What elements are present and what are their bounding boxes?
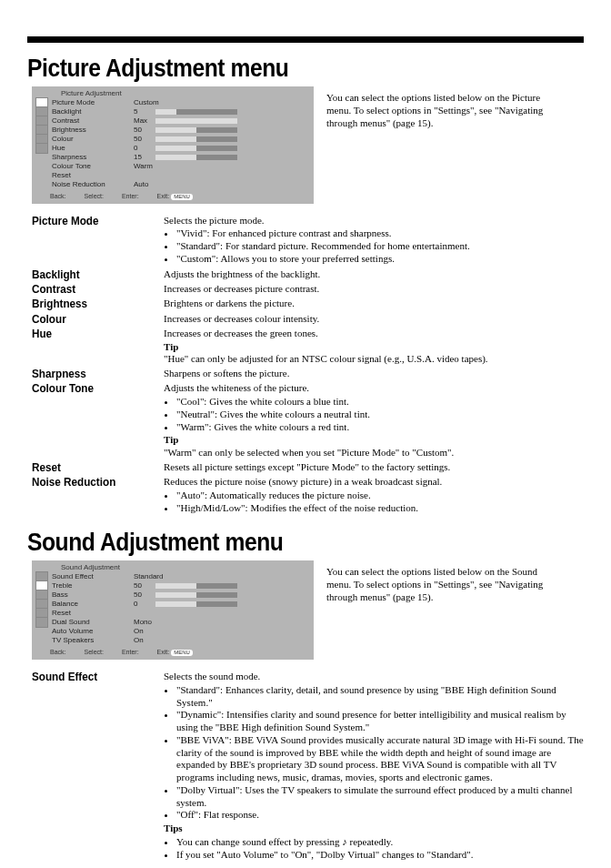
definition-description: Selects the sound mode."Standard": Enhan… [164, 671, 584, 862]
menu-row-value: Warm [134, 162, 270, 171]
definition-row: Brightness Brightens or darkens the pict… [32, 296, 584, 310]
picture-menu-footer: Back: Select: Enter: Exit: MENU [32, 189, 314, 202]
picture-heading: Picture Adjustment menu [27, 54, 517, 83]
definition-term: Sharpness [32, 368, 151, 380]
definition-term: Backlight [32, 268, 151, 281]
definition-term: Brightness [32, 298, 151, 310]
menu-row: Dual Sound Mono [32, 618, 314, 627]
menu-row-label: Auto Volume [52, 627, 134, 636]
menu-row-value: 0 [134, 144, 270, 153]
menu-row: Brightness 50 [32, 126, 314, 135]
menu-row: Balance 0 [32, 600, 314, 609]
menu-row-label: Noise Reduction [52, 180, 134, 189]
menu-row: Noise Reduction Auto [32, 180, 314, 189]
footer-enter: Enter: [122, 193, 139, 200]
definition-row: Contrast Increases or decreases picture … [32, 281, 584, 296]
menu-row-value: 50 [134, 126, 270, 135]
menu-row: Auto Volume On [32, 627, 314, 636]
menu-row-value: 0 [134, 600, 270, 609]
definition-description: Increases or decreases the green tones.T… [164, 328, 584, 366]
menu-row: Sound Effect Standard [32, 572, 314, 581]
definition-row: Picture Mode Selects the picture mode."V… [32, 213, 584, 267]
footer-select: Select: [85, 649, 104, 656]
definition-description: Resets all picture settings except "Pict… [164, 461, 584, 474]
menu-row-value: Standard [134, 572, 270, 581]
sound-menu-screenshot: Sound Adjustment Sound Effect Standard T… [32, 560, 314, 660]
definition-term: Reset [32, 461, 151, 474]
menu-row-value: Auto [134, 180, 270, 189]
definition-term: Sound Effect [32, 671, 151, 683]
definition-term: Hue [32, 328, 151, 340]
menu-row-label: Picture Mode [52, 98, 134, 107]
menu-row-label: Balance [52, 600, 134, 609]
menu-row-label: Sharpness [52, 153, 134, 162]
footer-enter: Enter: [122, 649, 139, 656]
menu-row: Bass 50 [32, 590, 314, 600]
menu-row-label: Colour [52, 135, 134, 144]
footer-select: Select: [85, 193, 104, 200]
sound-menu-footer: Back: Select: Enter: Exit: MENU [32, 645, 314, 658]
menu-row-label: Treble [52, 581, 134, 590]
definition-row: Sharpness Sharpens or softens the pictur… [32, 366, 584, 380]
definition-row: Hue Increases or decreases the green ton… [32, 326, 584, 366]
menu-row-label: Sound Effect [52, 572, 134, 581]
menu-row-value: 50 [134, 581, 270, 590]
menu-row-value: On [134, 627, 270, 636]
definition-term: Colour [32, 313, 151, 326]
menu-row-label: Brightness [52, 126, 134, 135]
menu-row-value: 5 [134, 107, 270, 116]
definition-term: Noise Reduction [32, 476, 151, 489]
definition-term: Picture Mode [32, 215, 151, 227]
menu-row-value: 50 [134, 590, 270, 600]
definition-description: Increases or decreases colour intensity. [164, 313, 584, 326]
sound-section: Sound Adjustment Sound Effect Standard T… [27, 560, 584, 660]
menu-row: Reset [32, 609, 314, 618]
footer-back: Back: [50, 193, 66, 200]
definition-row: Sound Effect Selects the sound mode."Sta… [32, 669, 584, 862]
menu-row-label: Hue [52, 144, 134, 153]
menu-row: Sharpness 15 [32, 153, 314, 162]
definition-row: Colour Increases or decreases colour int… [32, 311, 584, 326]
menu-row-value: Custom [134, 98, 270, 107]
picture-menu-title: Picture Adjustment [32, 86, 314, 98]
menu-row: Hue 0 [32, 144, 314, 153]
picture-definitions: Picture Mode Selects the picture mode."V… [32, 213, 584, 516]
definition-row: Colour Tone Adjusts the whiteness of the… [32, 380, 584, 459]
menu-row-label: Backlight [52, 107, 134, 116]
menu-row: Backlight 5 [32, 107, 314, 116]
definition-description: Reduces the picture noise (snowy picture… [164, 476, 584, 515]
menu-row-value: 50 [134, 135, 270, 144]
menu-row-label: Dual Sound [52, 618, 134, 627]
picture-section: Picture Adjustment Picture Mode Custom B… [27, 86, 584, 204]
sound-heading: Sound Adjustment menu [27, 528, 517, 557]
sound-menu-title: Sound Adjustment [32, 560, 314, 572]
picture-menu-screenshot: Picture Adjustment Picture Mode Custom B… [32, 86, 314, 204]
footer-exit: Exit: MENU [157, 649, 193, 656]
menu-row: TV Speakers On [32, 636, 314, 645]
sound-definitions: Sound Effect Selects the sound mode."Sta… [32, 669, 584, 862]
footer-exit: Exit: MENU [157, 193, 193, 200]
menu-row-label: Colour Tone [52, 162, 134, 171]
menu-icon [32, 617, 52, 628]
definition-row: Noise Reduction Reduces the picture nois… [32, 474, 584, 515]
picture-menu-rows: Picture Mode Custom Backlight 5 Contrast… [32, 98, 314, 189]
definition-row: Backlight Adjusts the brightness of the … [32, 267, 584, 281]
menu-row-value: Max [134, 116, 270, 126]
menu-row-value: 15 [134, 153, 270, 162]
sound-menu-rows: Sound Effect Standard Treble 50 Bass 50 … [32, 572, 314, 645]
definition-description: Selects the picture mode."Vivid": For en… [164, 215, 584, 267]
menu-row: Colour 50 [32, 135, 314, 144]
menu-row: Picture Mode Custom [32, 98, 314, 107]
definition-term: Contrast [32, 283, 151, 296]
page-top-rule [27, 36, 584, 43]
definition-description: Adjusts the whiteness of the picture."Co… [164, 382, 584, 459]
menu-row-label: TV Speakers [52, 636, 134, 645]
menu-row-value: Mono [134, 618, 270, 627]
menu-row-label: Bass [52, 590, 134, 600]
menu-row: Colour Tone Warm [32, 162, 314, 171]
definition-description: Adjusts the brightness of the backlight. [164, 268, 584, 281]
menu-row: Reset [32, 171, 314, 180]
menu-row-label: Reset [52, 609, 134, 618]
menu-row: Contrast Max [32, 116, 314, 126]
menu-icon [32, 143, 52, 154]
